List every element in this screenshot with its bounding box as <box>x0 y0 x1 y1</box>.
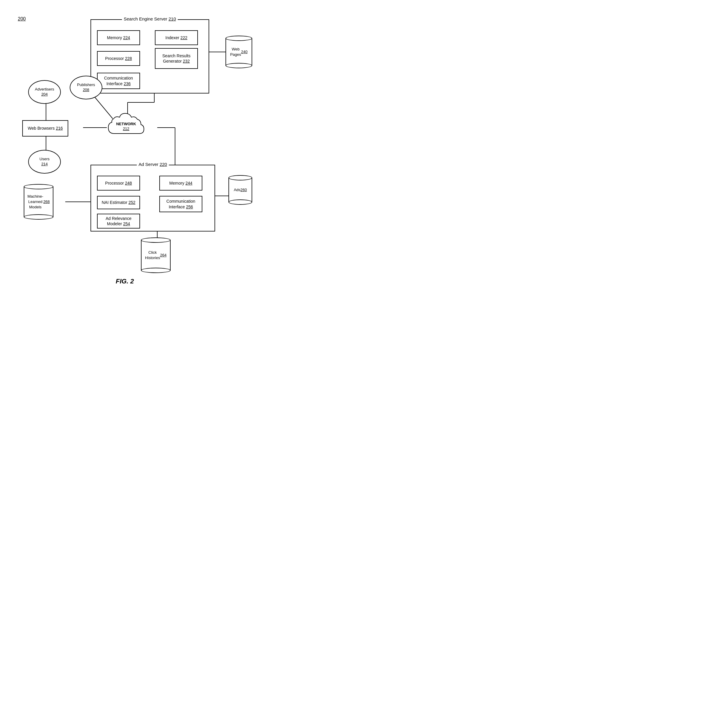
users-oval: Users214 <box>28 150 61 173</box>
comm-256-box: CommunicationInterface 256 <box>159 196 202 212</box>
memory-244-box: Memory 244 <box>159 176 202 191</box>
cyl-body: ClickHistories264 <box>141 240 170 270</box>
srg-232-box: Search ResultsGenerator 232 <box>155 48 198 69</box>
cyl-top <box>141 237 170 243</box>
comm-236-box: CommunicationInterface 236 <box>97 73 140 89</box>
cyl-top <box>24 184 53 189</box>
cyl-body: Machine-LearnedModels268 <box>24 187 53 217</box>
cyl-body: WebPages240 <box>225 38 252 66</box>
arm-254-box: Ad RelevanceModeler 254 <box>97 214 140 228</box>
processor-228-box: Processor 228 <box>97 51 140 66</box>
processor-248-box: Processor 248 <box>97 176 140 191</box>
cyl-body: Ads260 <box>228 178 252 202</box>
svg-text:212: 212 <box>123 126 129 131</box>
diagram-container: 200 Search Engine Server 210 Memory 224 … <box>0 0 267 291</box>
cyl-top <box>225 36 252 41</box>
indexer-222-box: Indexer 222 <box>155 30 198 45</box>
ad-server-box: Ad Server 220 Processor 248 Memory 244 N… <box>91 165 215 231</box>
cyl-bottom <box>225 63 252 68</box>
cyl-top <box>228 175 252 181</box>
cyl-bottom <box>141 268 170 273</box>
search-engine-server-box: Search Engine Server 210 Memory 224 Inde… <box>91 19 209 94</box>
memory-224-box: Memory 224 <box>97 30 140 45</box>
network-cloud: NETWORK 212 <box>105 110 147 143</box>
svg-text:NETWORK: NETWORK <box>116 122 136 126</box>
ml-models-cylinder: Machine-LearnedModels268 <box>24 184 53 220</box>
ad-server-title: Ad Server 220 <box>137 162 169 167</box>
diagram-number: 200 <box>18 16 26 22</box>
search-engine-server-title: Search Engine Server 210 <box>122 16 178 22</box>
cyl-bottom <box>228 199 252 205</box>
nai-252-box: NAI Estimator 252 <box>97 196 140 209</box>
cyl-bottom <box>24 214 53 220</box>
figure-label: FIG. 2 <box>116 277 134 285</box>
web-browsers-box: Web Browsers 216 <box>22 120 68 137</box>
advertisers-oval: Advertisers204 <box>28 80 61 104</box>
click-histories-cylinder: ClickHistories264 <box>141 237 170 273</box>
ads-cylinder: Ads260 <box>228 175 252 205</box>
web-pages-cylinder: WebPages240 <box>225 36 252 68</box>
publishers-oval: Publishers208 <box>70 76 103 100</box>
